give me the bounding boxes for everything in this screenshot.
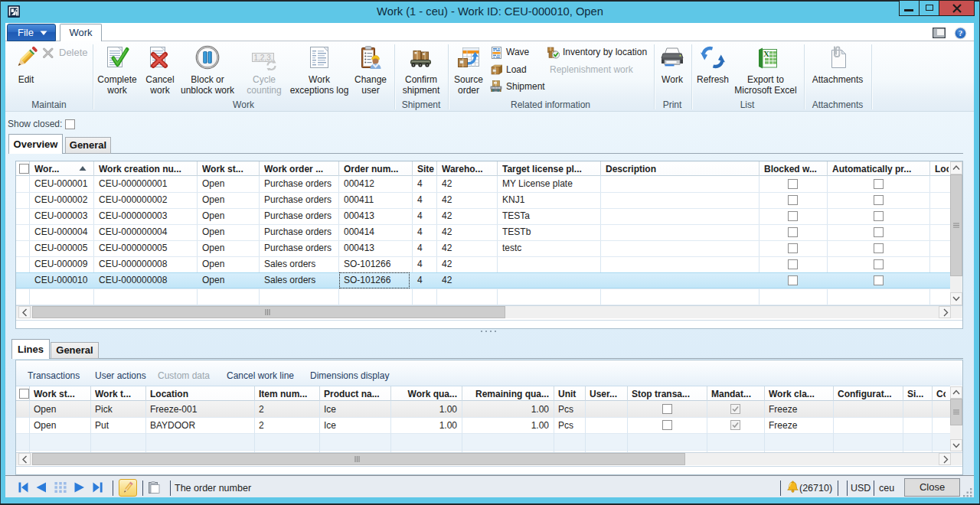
svg-text:X: X bbox=[763, 49, 769, 58]
svg-text:1,2,3,: 1,2,3, bbox=[254, 54, 273, 62]
svg-text:?: ? bbox=[959, 28, 963, 37]
